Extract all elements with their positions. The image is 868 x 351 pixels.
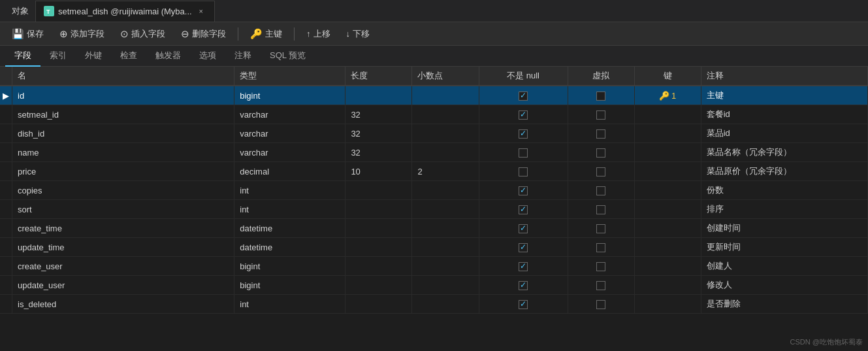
field-name[interactable]: price	[12, 162, 234, 181]
subtab-comments[interactable]: 注释	[225, 46, 261, 67]
field-virtual[interactable]	[568, 143, 634, 162]
subtab-triggers[interactable]: 触发器	[146, 46, 190, 67]
field-type[interactable]: decimal	[234, 162, 346, 181]
field-notnull[interactable]	[479, 257, 568, 276]
field-decimal[interactable]	[412, 181, 479, 200]
field-notnull[interactable]	[479, 238, 568, 257]
notnull-checkbox[interactable]	[519, 281, 528, 290]
field-decimal[interactable]	[412, 257, 479, 276]
field-virtual[interactable]	[568, 257, 634, 276]
field-notnull[interactable]	[479, 86, 568, 105]
field-name[interactable]: create_user	[12, 257, 234, 276]
table-row[interactable]: copiesint份数	[0, 181, 868, 200]
field-notnull[interactable]	[479, 124, 568, 143]
subtab-checks[interactable]: 检查	[111, 46, 146, 67]
field-name[interactable]: dish_id	[12, 124, 234, 143]
field-type[interactable]: bigint	[234, 276, 346, 295]
field-type[interactable]: bigint	[234, 257, 346, 276]
virtual-checkbox[interactable]	[596, 186, 605, 195]
field-decimal[interactable]	[412, 276, 479, 295]
table-row[interactable]: update_userbigint修改人	[0, 276, 868, 295]
subtab-sql[interactable]: SQL 预览	[261, 46, 315, 67]
notnull-checkbox[interactable]	[519, 224, 528, 233]
field-type[interactable]: int	[234, 200, 346, 219]
field-virtual[interactable]	[568, 181, 634, 200]
field-length[interactable]: 32	[346, 105, 412, 124]
field-type[interactable]: int	[234, 181, 346, 200]
virtual-checkbox[interactable]	[596, 167, 605, 176]
field-decimal[interactable]	[412, 238, 479, 257]
field-virtual[interactable]	[568, 86, 634, 105]
notnull-checkbox[interactable]	[519, 205, 528, 214]
field-decimal[interactable]	[412, 219, 479, 238]
save-button[interactable]: 💾 保存	[5, 25, 50, 42]
field-decimal[interactable]: 2	[412, 162, 479, 181]
field-name[interactable]: setmeal_id	[12, 105, 234, 124]
subtab-fields[interactable]: 字段	[5, 46, 40, 67]
table-row[interactable]: update_timedatetime更新时间	[0, 238, 868, 257]
field-notnull[interactable]	[479, 143, 568, 162]
field-decimal[interactable]	[412, 143, 479, 162]
table-row[interactable]: is_deletedint是否删除	[0, 295, 868, 314]
field-notnull[interactable]	[479, 200, 568, 219]
insert-field-button[interactable]: ⊙ 插入字段	[114, 25, 172, 42]
field-virtual[interactable]	[568, 276, 634, 295]
notnull-checkbox[interactable]	[519, 148, 528, 158]
field-type[interactable]: varchar	[234, 105, 346, 124]
virtual-checkbox[interactable]	[596, 224, 605, 233]
field-virtual[interactable]	[568, 162, 634, 181]
active-tab[interactable]: T setmeal_dish @ruijiwaimai (Myba... ×	[35, 1, 215, 22]
field-notnull[interactable]	[479, 105, 568, 124]
field-type[interactable]: varchar	[234, 124, 346, 143]
delete-field-button[interactable]: ⊖ 删除字段	[174, 25, 233, 42]
field-decimal[interactable]	[412, 124, 479, 143]
virtual-checkbox[interactable]	[596, 110, 605, 120]
virtual-checkbox[interactable]	[596, 281, 605, 290]
notnull-checkbox[interactable]	[519, 167, 528, 176]
field-type[interactable]: datetime	[234, 219, 346, 238]
notnull-checkbox[interactable]	[519, 186, 528, 195]
field-type[interactable]: int	[234, 295, 346, 314]
virtual-checkbox[interactable]	[596, 148, 605, 158]
field-name[interactable]: update_user	[12, 276, 234, 295]
table-row[interactable]: create_userbigint创建人	[0, 257, 868, 276]
field-name[interactable]: create_time	[12, 219, 234, 238]
field-length[interactable]	[346, 257, 412, 276]
field-notnull[interactable]	[479, 295, 568, 314]
table-row[interactable]: setmeal_idvarchar32套餐id	[0, 105, 868, 124]
field-type[interactable]: datetime	[234, 238, 346, 257]
field-virtual[interactable]	[568, 105, 634, 124]
field-name[interactable]: name	[12, 143, 234, 162]
field-length[interactable]	[346, 181, 412, 200]
field-length[interactable]: 32	[346, 124, 412, 143]
subtab-indexes[interactable]: 索引	[40, 46, 76, 67]
field-virtual[interactable]	[568, 295, 634, 314]
field-decimal[interactable]	[412, 105, 479, 124]
notnull-checkbox[interactable]	[519, 243, 528, 252]
field-virtual[interactable]	[568, 124, 634, 143]
field-length[interactable]	[346, 219, 412, 238]
field-notnull[interactable]	[479, 276, 568, 295]
field-type[interactable]: bigint	[234, 86, 346, 105]
notnull-checkbox[interactable]	[519, 300, 528, 309]
field-length[interactable]	[346, 200, 412, 219]
field-length[interactable]	[346, 238, 412, 257]
table-row[interactable]: pricedecimal102菜品原价（冗余字段）	[0, 162, 868, 181]
subtab-options[interactable]: 选项	[190, 46, 225, 67]
field-name[interactable]: id	[12, 86, 234, 105]
field-name[interactable]: copies	[12, 181, 234, 200]
field-name[interactable]: update_time	[12, 238, 234, 257]
table-row[interactable]: ▶idbigint🔑 1主键	[0, 86, 868, 105]
notnull-checkbox[interactable]	[519, 262, 528, 271]
subtab-foreignkeys[interactable]: 外键	[76, 46, 111, 67]
field-decimal[interactable]	[412, 86, 479, 105]
field-notnull[interactable]	[479, 162, 568, 181]
field-length[interactable]	[346, 276, 412, 295]
field-length[interactable]: 10	[346, 162, 412, 181]
notnull-checkbox[interactable]	[519, 129, 528, 139]
field-decimal[interactable]	[412, 295, 479, 314]
virtual-checkbox[interactable]	[596, 243, 605, 252]
virtual-checkbox[interactable]	[596, 262, 605, 271]
notnull-checkbox[interactable]	[519, 92, 528, 101]
field-notnull[interactable]	[479, 181, 568, 200]
